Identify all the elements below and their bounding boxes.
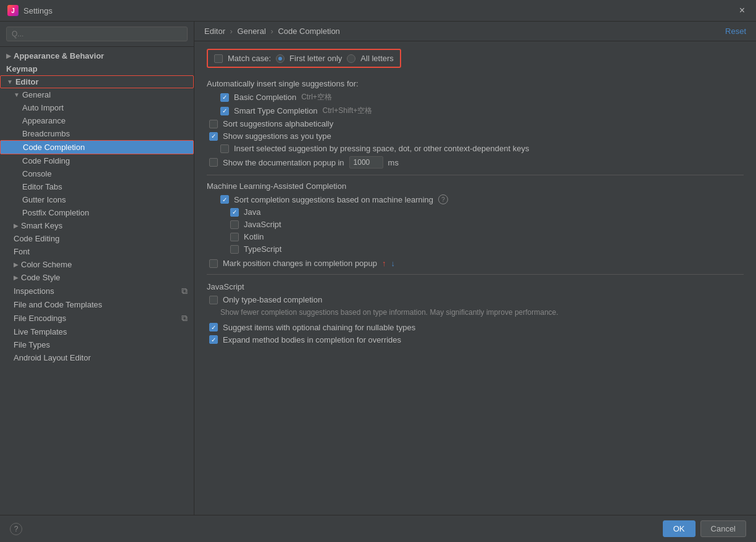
sidebar-item-label: Code Style	[21, 273, 60, 282]
sort-alpha-checkbox[interactable]	[209, 120, 218, 128]
sidebar-item-gutter-icons[interactable]: Gutter Icons	[0, 193, 194, 206]
ml-sort-checkbox[interactable]	[220, 195, 229, 204]
sidebar-item-android-layout[interactable]: Android Layout Editor	[0, 351, 194, 364]
arrows-down-icon: ↓	[391, 259, 396, 268]
js-only-type-checkbox[interactable]	[209, 296, 218, 304]
divider-2	[207, 274, 744, 275]
right-panel: Editor › General › Code Completion Reset…	[194, 22, 756, 515]
sidebar-item-editor-tabs[interactable]: Editor Tabs	[0, 180, 194, 193]
sidebar-item-live-templates[interactable]: Live Templates	[0, 325, 194, 338]
sidebar-item-label: Android Layout Editor	[14, 353, 91, 362]
doc-popup-unit: ms	[388, 158, 399, 167]
search-box	[0, 22, 194, 47]
panel-body: Match case: First letter only All letter…	[194, 41, 756, 515]
chevron-icon: ▶	[14, 274, 19, 281]
auto-insert-label: Automatically insert single suggestions …	[207, 79, 744, 88]
js-only-type-label: Only type-based completion	[223, 295, 322, 304]
cancel-button[interactable]: Cancel	[700, 520, 746, 537]
basic-completion-row: Basic Completion Ctrl+空格	[207, 92, 744, 102]
ml-java-label: Java	[244, 207, 260, 217]
search-input[interactable]	[6, 27, 188, 41]
sidebar-item-console[interactable]: Console	[0, 167, 194, 180]
close-button[interactable]: ×	[736, 4, 749, 17]
title-bar-left: J Settings	[7, 5, 52, 16]
expand-method-label: Expand method bodies in completion for o…	[223, 335, 401, 344]
sidebar-item-code-completion[interactable]: Code Completion	[0, 140, 194, 154]
ml-kotlin-checkbox[interactable]	[230, 233, 239, 241]
sidebar-item-file-types[interactable]: File Types	[0, 338, 194, 351]
suggest-optional-row: Suggest items with optional chaining for…	[207, 323, 744, 332]
show-suggestions-checkbox[interactable]	[209, 132, 218, 141]
sidebar-item-label: File Encodings	[14, 314, 66, 323]
doc-popup-row: Show the documentation popup in ms	[207, 156, 744, 169]
js-section-header: JavaScript	[207, 282, 744, 291]
chevron-icon: ▶	[14, 222, 19, 229]
expand-method-checkbox[interactable]	[209, 335, 218, 344]
sidebar-item-code-editing[interactable]: Code Editing	[0, 232, 194, 245]
divider-1	[207, 175, 744, 175]
breadcrumb-sep-1: ›	[230, 27, 233, 36]
mark-position-checkbox[interactable]	[209, 259, 218, 268]
sidebar-item-label: Code Folding	[22, 156, 70, 165]
sidebar-item-code-folding[interactable]: Code Folding	[0, 154, 194, 167]
sidebar-item-smart-keys[interactable]: ▶ Smart Keys	[0, 219, 194, 232]
ml-java-row: Java	[207, 207, 744, 217]
sidebar-item-label: File and Code Templates	[14, 300, 102, 309]
smart-completion-checkbox[interactable]	[220, 107, 229, 115]
chevron-icon: ▶	[14, 261, 19, 268]
arrows-icon: ↑	[382, 259, 386, 268]
insert-space-label: Insert selected suggestion by pressing s…	[234, 144, 529, 153]
all-letters-radio[interactable]	[347, 54, 355, 63]
breadcrumb-part-3: Code Completion	[278, 27, 339, 36]
ml-java-checkbox[interactable]	[230, 208, 239, 217]
show-suggestions-label: Show suggestions as you type	[223, 131, 331, 141]
mark-position-label: Mark position changes in completion popu…	[223, 259, 377, 268]
app-icon: J	[7, 5, 19, 16]
sidebar-item-color-scheme[interactable]: ▶ Color Scheme	[0, 258, 194, 271]
match-case-checkbox[interactable]	[214, 54, 223, 63]
sidebar-item-label: General	[22, 90, 51, 99]
sidebar-item-label: Editor Tabs	[22, 182, 62, 191]
ok-button[interactable]: OK	[663, 520, 696, 537]
sidebar-item-editor[interactable]: ▼ Editor	[0, 75, 194, 88]
help-button[interactable]: ?	[10, 523, 22, 535]
doc-popup-value[interactable]	[349, 156, 383, 169]
bottom-bar: ? OK Cancel	[0, 515, 756, 542]
basic-completion-checkbox[interactable]	[220, 93, 229, 102]
title-bar: J Settings ×	[0, 0, 756, 22]
sidebar-item-file-code-templates[interactable]: File and Code Templates	[0, 298, 194, 311]
ml-kotlin-row: Kotlin	[207, 232, 744, 241]
sidebar-item-postfix-completion[interactable]: Postfix Completion	[0, 206, 194, 219]
sidebar-item-label: Code Editing	[14, 234, 59, 243]
help-icon[interactable]: ?	[438, 194, 448, 204]
sort-alpha-row: Sort suggestions alphabetically	[207, 119, 744, 128]
sidebar-item-appearance[interactable]: Appearance	[0, 114, 194, 127]
sidebar-item-general[interactable]: ▼ General	[0, 88, 194, 101]
ml-typescript-row: TypeScript	[207, 244, 744, 254]
chevron-icon: ▶	[6, 52, 11, 59]
sidebar-item-keymap[interactable]: Keymap	[0, 62, 194, 75]
insert-space-checkbox[interactable]	[220, 144, 229, 153]
breadcrumb-sep-2: ›	[270, 27, 273, 36]
settings-dialog: J Settings × ▶ Appearance & Behavior Key…	[0, 0, 756, 542]
ml-sort-label: Sort completion suggestions based on mac…	[234, 195, 433, 204]
sidebar-item-font[interactable]: Font	[0, 245, 194, 258]
sidebar: ▶ Appearance & Behavior Keymap ▼ Editor …	[0, 22, 194, 515]
tree-container[interactable]: ▶ Appearance & Behavior Keymap ▼ Editor …	[0, 47, 194, 515]
sidebar-item-code-style[interactable]: ▶ Code Style	[0, 271, 194, 284]
suggest-optional-checkbox[interactable]	[209, 323, 218, 331]
first-letter-radio[interactable]	[276, 54, 285, 63]
sidebar-item-inspections[interactable]: Inspections ⧉	[0, 284, 194, 298]
bottom-bar-right: OK Cancel	[663, 520, 746, 537]
smart-completion-shortcut: Ctrl+Shift+空格	[323, 106, 373, 116]
ml-javascript-checkbox[interactable]	[230, 220, 239, 229]
dialog-title: Settings	[23, 6, 52, 15]
sidebar-item-file-encodings[interactable]: File Encodings ⧉	[0, 311, 194, 325]
sidebar-item-auto-import[interactable]: Auto Import	[0, 101, 194, 114]
sidebar-item-breadcrumbs[interactable]: Breadcrumbs	[0, 127, 194, 140]
reset-button[interactable]: Reset	[725, 27, 746, 36]
doc-popup-checkbox[interactable]	[209, 158, 218, 167]
ml-typescript-checkbox[interactable]	[230, 245, 239, 254]
breadcrumb-part-2: General	[238, 27, 266, 36]
sidebar-item-appearance-behavior[interactable]: ▶ Appearance & Behavior	[0, 49, 194, 62]
